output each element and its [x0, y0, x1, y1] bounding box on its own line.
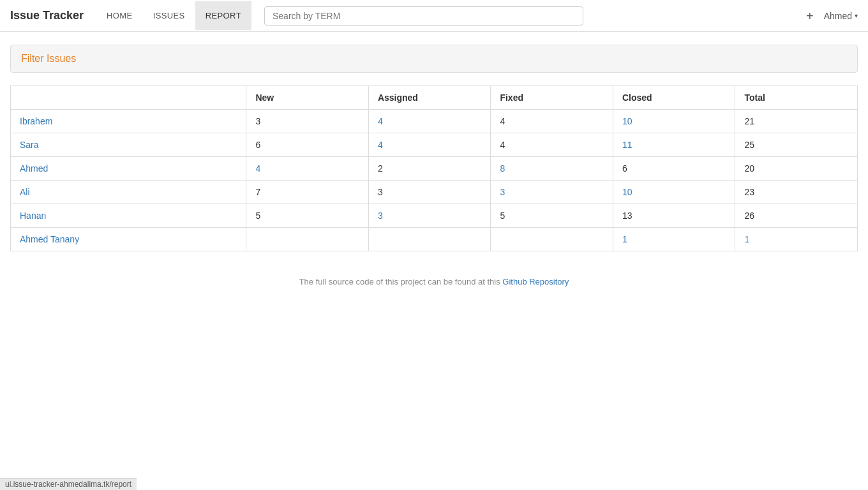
cell-assigned: 4 [368, 133, 491, 157]
cell-closed: 10 [613, 110, 735, 133]
assigned-link[interactable]: 3 [378, 211, 383, 221]
col-header-new: New [246, 86, 369, 110]
brand-link[interactable]: Issue Tracker [10, 9, 84, 22]
cell-total: 25 [735, 133, 858, 157]
cell-new: 5 [246, 204, 369, 228]
cell-closed: 10 [613, 181, 735, 204]
table-row: Ali7331023 [11, 181, 858, 204]
cell-closed: 13 [613, 204, 735, 228]
filter-header: Filter Issues [10, 45, 858, 73]
cell-fixed: 4 [491, 110, 613, 133]
footer-text-before: The full source code of this project can… [299, 277, 503, 286]
cell-total: 1 [735, 228, 858, 251]
cell-name: Ahmed Tanany [11, 228, 246, 251]
cell-closed: 11 [613, 133, 735, 157]
cell-closed: 6 [613, 157, 735, 181]
cell-name: Ibrahem [11, 110, 246, 133]
nav-link-issues[interactable]: ISSUES [143, 1, 195, 30]
filter-heading: Filter Issues [21, 53, 847, 64]
table-row: Sara6441125 [11, 133, 858, 157]
report-table: New Assigned Fixed Closed Total Ibrahem3… [10, 85, 858, 251]
cell-fixed: 8 [491, 157, 613, 181]
name-link[interactable]: Hanan [20, 211, 46, 221]
navbar: Issue Tracker HOME ISSUES REPORT + Ahmed… [0, 0, 868, 32]
cell-name: Hanan [11, 204, 246, 228]
add-button[interactable]: + [806, 10, 814, 22]
cell-assigned: 2 [368, 157, 491, 181]
cell-name: Sara [11, 133, 246, 157]
user-caret-icon: ▾ [855, 12, 858, 19]
col-header-assigned: Assigned [368, 86, 491, 110]
nav-item-home[interactable]: HOME [96, 1, 143, 30]
cell-total: 23 [735, 181, 858, 204]
cell-assigned: 4 [368, 110, 491, 133]
name-link[interactable]: Sara [20, 140, 39, 150]
fixed-link[interactable]: 3 [500, 187, 505, 197]
name-link[interactable]: Ali [20, 187, 30, 197]
closed-link[interactable]: 10 [622, 187, 632, 197]
cell-name: Ahmed [11, 157, 246, 181]
col-header-fixed: Fixed [491, 86, 613, 110]
nav-link-report[interactable]: REPORT [195, 1, 251, 30]
cell-fixed: 3 [491, 181, 613, 204]
col-header-closed: Closed [613, 86, 735, 110]
navbar-right: + Ahmed ▾ [806, 10, 858, 22]
github-link[interactable]: Github Repository [502, 277, 569, 286]
cell-total: 20 [735, 157, 858, 181]
cell-fixed: 5 [491, 204, 613, 228]
cell-total: 21 [735, 110, 858, 133]
cell-fixed [491, 228, 613, 251]
cell-name: Ali [11, 181, 246, 204]
cell-fixed: 4 [491, 133, 613, 157]
nav-menu: HOME ISSUES REPORT [96, 1, 251, 30]
table-row: Ibrahem3441021 [11, 110, 858, 133]
cell-new: 7 [246, 181, 369, 204]
footer: The full source code of this project can… [10, 277, 858, 286]
main-content: Filter Issues New Assigned Fixed Closed … [0, 32, 868, 299]
cell-new: 4 [246, 157, 369, 181]
assigned-link[interactable]: 4 [378, 140, 383, 150]
name-link[interactable]: Ibrahem [20, 116, 52, 126]
table-row: Hanan5351326 [11, 204, 858, 228]
footer-text: The full source code of this project can… [299, 277, 569, 286]
cell-assigned: 3 [368, 181, 491, 204]
total-link[interactable]: 1 [744, 234, 749, 244]
cell-closed: 1 [613, 228, 735, 251]
closed-link[interactable]: 10 [622, 116, 632, 126]
closed-link[interactable]: 1 [622, 234, 627, 244]
assigned-link[interactable]: 4 [378, 116, 383, 126]
cell-new: 6 [246, 133, 369, 157]
search-input[interactable] [264, 6, 583, 26]
cell-new [246, 228, 369, 251]
cell-total: 26 [735, 204, 858, 228]
col-header-total: Total [735, 86, 858, 110]
new-link[interactable]: 4 [255, 163, 260, 174]
cell-assigned [368, 228, 491, 251]
col-header-name [11, 86, 246, 110]
user-menu-button[interactable]: Ahmed ▾ [824, 11, 858, 21]
nav-item-issues[interactable]: ISSUES [143, 1, 195, 30]
fixed-link[interactable]: 8 [500, 163, 505, 174]
nav-item-report[interactable]: REPORT [195, 1, 251, 30]
table-row: Ahmed428620 [11, 157, 858, 181]
table-body: Ibrahem3441021Sara6441125Ahmed428620Ali7… [11, 110, 858, 251]
table-row: Ahmed Tanany11 [11, 228, 858, 251]
user-label: Ahmed [824, 11, 852, 21]
cell-assigned: 3 [368, 204, 491, 228]
nav-link-home[interactable]: HOME [96, 1, 143, 30]
name-link[interactable]: Ahmed Tanany [20, 234, 79, 244]
closed-link[interactable]: 11 [622, 140, 632, 150]
table-header-row: New Assigned Fixed Closed Total [11, 86, 858, 110]
cell-new: 3 [246, 110, 369, 133]
name-link[interactable]: Ahmed [20, 163, 48, 174]
